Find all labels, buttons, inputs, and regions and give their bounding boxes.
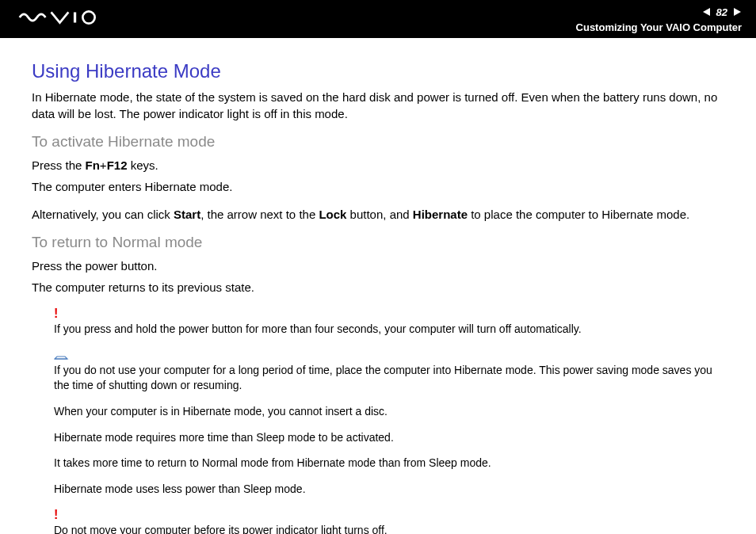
info5-text: Hibernate mode uses less power than Slee…: [54, 482, 724, 497]
page-number: 82: [716, 6, 727, 18]
info4-text: It takes more time to return to Normal m…: [54, 456, 724, 471]
section-title: Customizing Your VAIO Computer: [576, 21, 742, 33]
return-line1: Press the power button.: [32, 257, 724, 274]
return-line2: The computer returns to its previous sta…: [32, 279, 724, 296]
prev-page-icon[interactable]: [702, 6, 712, 20]
next-page-icon[interactable]: [732, 6, 742, 20]
info1-text: If you do not use your computer for a lo…: [54, 363, 724, 393]
notes-block: ! If you press and hold the power button…: [32, 307, 724, 534]
activate-heading: To activate Hibernate mode: [32, 133, 724, 151]
pencil-icon: [54, 348, 70, 362]
svg-point-1: [82, 11, 94, 23]
activate-line2: The computer enters Hibernate mode.: [32, 178, 724, 195]
info2-text: When your computer is in Hibernate mode,…: [54, 404, 724, 419]
page-nav: 82: [702, 6, 742, 20]
vaio-logo: [17, 9, 113, 29]
warning-icon: !: [54, 307, 724, 321]
svg-marker-3: [734, 8, 741, 16]
content-area: Using Hibernate Mode In Hibernate mode, …: [0, 38, 756, 534]
main-heading: Using Hibernate Mode: [32, 60, 724, 82]
svg-marker-2: [703, 8, 710, 16]
info3-text: Hibernate mode requires more time than S…: [54, 430, 724, 445]
intro-paragraph: In Hibernate mode, the state of the syst…: [32, 89, 724, 122]
activate-line3: Alternatively, you can click Start, the …: [32, 206, 724, 223]
return-heading: To return to Normal mode: [32, 234, 724, 251]
svg-rect-0: [74, 12, 76, 22]
activate-line1: Press the Fn+F12 keys.: [32, 157, 724, 174]
warning1-text: If you press and hold the power button f…: [54, 322, 724, 337]
header-right: 82 Customizing Your VAIO Computer: [576, 6, 742, 33]
warning-icon: !: [54, 508, 724, 522]
header-bar: 82 Customizing Your VAIO Computer: [0, 0, 756, 38]
warning2-text: Do not move your computer before its pow…: [54, 523, 724, 534]
